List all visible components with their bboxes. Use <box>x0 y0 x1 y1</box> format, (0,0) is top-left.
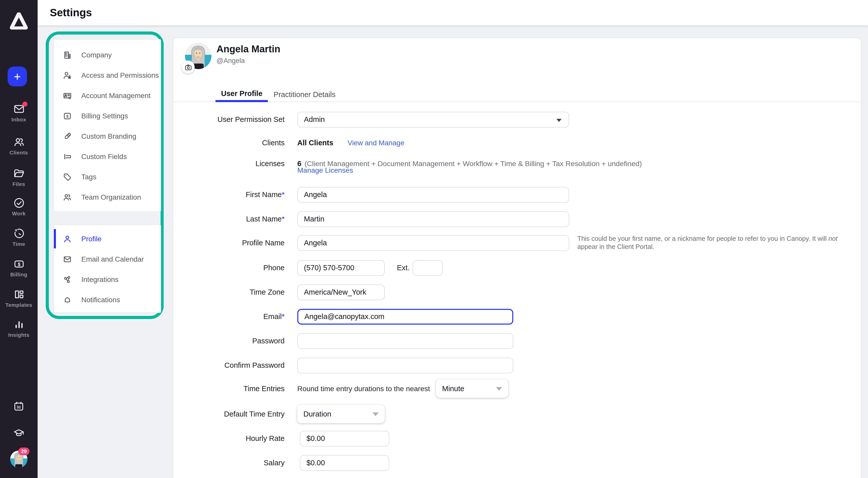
default-time-entry-select[interactable]: Duration <box>297 405 385 423</box>
company-building-icon <box>63 51 72 59</box>
tag-icon <box>63 172 72 181</box>
svg-text:31: 31 <box>17 405 21 409</box>
camera-icon <box>184 63 192 71</box>
default-time-entry-label: Default Time Entry <box>173 410 285 418</box>
training-graduation-cap-icon[interactable] <box>13 427 24 438</box>
row-salary: Salary <box>173 453 861 473</box>
phone-input[interactable] <box>297 260 385 276</box>
calendar-icon[interactable]: 31 <box>13 401 24 412</box>
view-and-manage-link[interactable]: View and Manage <box>348 139 405 147</box>
svg-text:$: $ <box>18 262 20 267</box>
files-folder-icon <box>13 168 25 179</box>
email-label: Email* <box>173 312 285 321</box>
row-licenses: Licenses 6 (Client Management + Document… <box>173 153 861 174</box>
salary-input[interactable] <box>300 455 389 471</box>
password-input[interactable] <box>297 333 513 349</box>
settings-nav-item-company[interactable]: Company <box>54 45 161 65</box>
tab-practitioner-details[interactable]: Practitioner Details <box>268 87 341 102</box>
sidebar-item-time[interactable]: Time <box>0 228 38 247</box>
time-zone-label: Time Zone <box>173 288 285 296</box>
sidebar-item-insights[interactable]: Insights <box>0 318 38 338</box>
row-password: Password <box>173 331 861 351</box>
sidebar-item-billing[interactable]: $ Billing <box>0 258 38 277</box>
settings-nav-item-custom-fields[interactable]: Custom Fields <box>54 146 161 167</box>
user-permission-set-label: User Permission Set <box>173 115 285 123</box>
sidebar-item-templates[interactable]: Templates <box>0 289 38 308</box>
tab-user-profile[interactable]: User Profile <box>215 87 268 102</box>
required-asterisk: * <box>282 215 285 223</box>
row-time-zone: Time Zone <box>173 282 861 302</box>
sidebar-item-inbox[interactable]: Inbox <box>0 103 38 122</box>
hourly-rate-input[interactable] <box>300 431 389 446</box>
app-sidebar: + Inbox Clients <box>0 0 38 478</box>
row-hourly-rate: Hourly Rate <box>173 428 861 449</box>
confirm-password-input[interactable] <box>297 357 513 373</box>
profile-name-input[interactable] <box>297 235 569 251</box>
settings-nav-item-notifications[interactable]: Notifications <box>54 290 161 310</box>
confirm-password-label: Confirm Password <box>173 361 285 369</box>
person-lock-icon <box>63 71 72 79</box>
settings-nav-highlight-ring: Company Access and Permissions A <box>46 31 164 319</box>
profile-person-icon <box>63 234 72 243</box>
manage-licenses-link[interactable]: Manage Licenses <box>297 166 353 174</box>
time-zone-input[interactable] <box>297 284 385 300</box>
row-last-name: Last Name* <box>173 209 861 229</box>
time-clock-icon <box>13 228 25 239</box>
required-asterisk: * <box>282 312 285 321</box>
password-label: Password <box>173 337 285 345</box>
settings-nav-item-custom-branding[interactable]: Custom Branding <box>54 126 161 146</box>
svg-text:$: $ <box>66 114 69 118</box>
settings-nav-item-access-and-permissions[interactable]: Access and Permissions <box>54 65 161 85</box>
canopy-logo-icon <box>9 12 28 30</box>
first-name-input[interactable] <box>297 187 569 202</box>
top-header: Settings <box>38 0 868 25</box>
settings-nav-item-email-and-calendar[interactable]: Email and Calendar <box>54 249 161 269</box>
sidebar-item-files[interactable]: Files <box>0 168 38 187</box>
billing-dollar-card-icon: $ <box>63 111 72 120</box>
work-check-circle-icon <box>13 197 25 209</box>
change-photo-button[interactable] <box>181 60 195 74</box>
user-permission-set-select[interactable]: Admin <box>297 111 569 127</box>
clients-people-icon <box>13 136 25 148</box>
ext-label: Ext. <box>397 264 410 272</box>
settings-nav-item-team-organization[interactable]: Team Organization <box>54 187 161 207</box>
rounding-select[interactable]: Minute <box>436 379 508 398</box>
profile-tabs: User Profile Practitioner Details <box>173 87 861 102</box>
settings-nav-item-tags[interactable]: Tags <box>54 167 161 187</box>
unread-notification-dot <box>22 102 27 107</box>
required-asterisk: * <box>282 190 285 199</box>
settings-page: + Inbox Clients <box>0 0 868 478</box>
chevron-down-icon <box>496 387 502 391</box>
licenses-label: Licenses <box>173 160 285 168</box>
email-input[interactable] <box>297 309 513 324</box>
settings-nav-item-integrations[interactable]: Integrations <box>54 269 161 290</box>
sidebar-item-work[interactable]: Work <box>0 197 38 216</box>
phone-label: Phone <box>173 264 285 272</box>
chevron-down-icon <box>556 119 562 122</box>
insights-bar-chart-icon <box>13 318 25 330</box>
clients-label: Clients <box>173 139 285 147</box>
profile-name-helper-text: This could be your first name, or a nick… <box>577 235 846 250</box>
notification-count-badge: 29 <box>18 448 29 455</box>
create-new-button[interactable]: + <box>8 67 27 86</box>
paintbrush-icon <box>63 132 72 140</box>
ext-input[interactable] <box>413 260 443 276</box>
profile-content-card: Angela Martin @Angela User Profile Pract… <box>173 38 861 478</box>
time-entries-description: Round time entry durations to the neares… <box>297 385 430 393</box>
licenses-detail: (Client Management + Document Management… <box>304 160 642 168</box>
last-name-input[interactable] <box>297 211 569 227</box>
settings-nav-section-company: Company Access and Permissions A <box>53 39 161 212</box>
chevron-down-icon <box>373 412 379 416</box>
last-name-label: Last Name* <box>173 215 285 223</box>
row-clients: Clients All Clients View and Manage <box>173 133 861 153</box>
settings-nav-item-account-management[interactable]: Account Management <box>54 85 161 106</box>
billing-dollar-icon: $ <box>13 258 25 270</box>
row-time-entries: Time Entries Round time entry durations … <box>173 378 861 399</box>
first-name-label: First Name* <box>173 190 285 199</box>
templates-layout-icon <box>13 289 25 300</box>
page-title: Settings <box>38 0 868 25</box>
sidebar-item-clients[interactable]: Clients <box>0 136 38 155</box>
row-email: Email* <box>173 306 861 327</box>
settings-nav-item-billing-settings[interactable]: $ Billing Settings <box>54 106 161 126</box>
settings-nav-item-profile[interactable]: Profile <box>54 229 161 249</box>
